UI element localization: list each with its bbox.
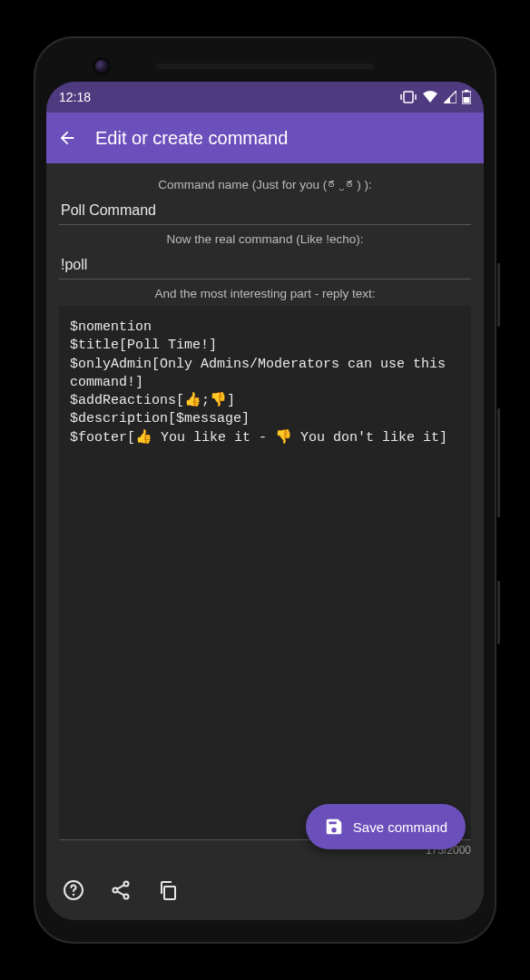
phone-camera <box>95 60 108 73</box>
svg-point-8 <box>124 881 129 886</box>
phone-side-button <box>497 263 500 327</box>
svg-line-11 <box>117 885 124 888</box>
phone-frame: 12:18 Edit or create command Command nam… <box>34 36 496 944</box>
reply-text-label: And the most interesting part - reply te… <box>59 287 471 300</box>
phone-side-button <box>497 408 500 517</box>
page-title: Edit or create command <box>95 128 288 149</box>
svg-line-12 <box>117 891 124 895</box>
wifi-icon <box>422 91 438 103</box>
save-command-button[interactable]: Save command <box>306 804 466 849</box>
svg-rect-4 <box>465 90 468 92</box>
phone-side-button <box>497 581 500 644</box>
battery-icon <box>462 90 471 104</box>
help-icon[interactable] <box>63 879 84 901</box>
command-name-input[interactable] <box>59 197 471 225</box>
status-time: 12:18 <box>59 90 91 104</box>
svg-rect-13 <box>164 887 175 899</box>
svg-point-7 <box>73 893 74 895</box>
real-command-input[interactable] <box>59 251 471 279</box>
vibrate-icon <box>400 91 417 103</box>
back-button[interactable] <box>57 128 77 148</box>
copy-icon[interactable] <box>157 879 179 901</box>
reply-text-input[interactable]: $nomention $title[Poll Time!] $onlyAdmin… <box>59 306 471 840</box>
save-command-label: Save command <box>353 819 447 835</box>
save-icon <box>324 817 344 837</box>
bottom-toolbar <box>46 858 484 920</box>
real-command-label: Now the real command (Like !echo): <box>59 232 471 246</box>
svg-point-9 <box>113 887 118 892</box>
svg-point-10 <box>124 894 129 898</box>
status-icons <box>400 90 471 104</box>
status-bar: 12:18 <box>46 82 484 113</box>
share-icon[interactable] <box>110 879 132 901</box>
svg-rect-0 <box>404 92 413 103</box>
command-name-label: Command name (Just for you (ಠ‿ಠ) ): <box>59 178 471 191</box>
signal-icon <box>444 91 456 103</box>
app-bar: Edit or create command <box>46 113 484 163</box>
screen: 12:18 Edit or create command Command nam… <box>46 82 484 920</box>
arrow-back-icon <box>57 127 77 149</box>
svg-rect-5 <box>464 97 470 103</box>
